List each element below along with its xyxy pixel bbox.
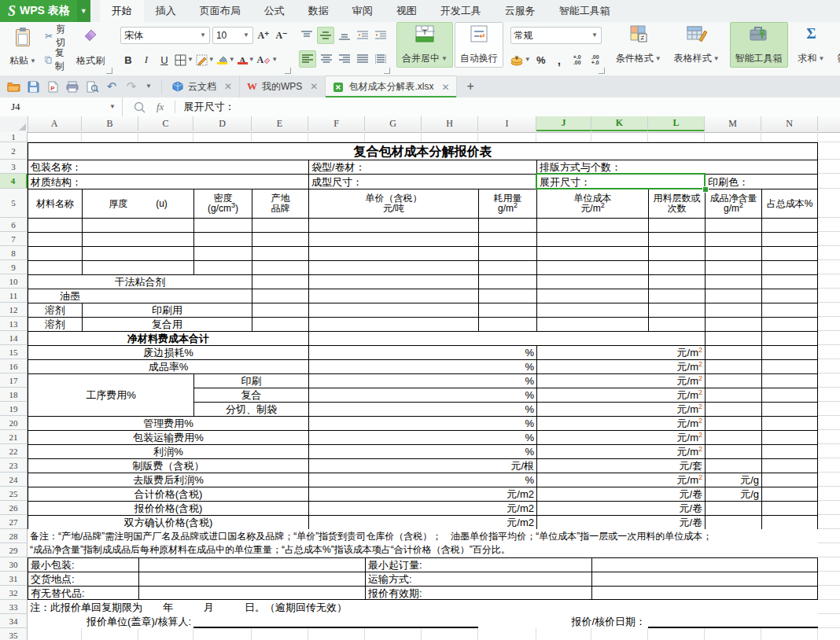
cell-r30-G[interactable]: 最小起订量: (365, 557, 591, 572)
clear-format-button[interactable]: A▼ (257, 56, 278, 64)
row-header-35[interactable]: 35 (0, 628, 28, 640)
cell-r31-G[interactable]: 运输方式: (365, 572, 591, 586)
row-header-14[interactable]: 14 (0, 331, 28, 345)
cell-r15-M[interactable] (705, 345, 761, 359)
distributed-button[interactable] (373, 51, 389, 67)
search-icon[interactable] (134, 101, 146, 113)
cell-r13-N[interactable] (761, 317, 818, 331)
currency-button[interactable]: ¥▼ (510, 54, 531, 66)
cell-r6-J[interactable] (536, 218, 648, 232)
cell-r26-N[interactable] (761, 501, 818, 515)
export-pdf-icon[interactable]: P (46, 79, 60, 94)
cut-button[interactable]: ✂剪切 (42, 28, 70, 45)
format-painter-button[interactable]: 格式刷 (71, 24, 110, 70)
cell-r8-A[interactable] (28, 246, 82, 260)
cell-r13-M[interactable] (705, 317, 761, 331)
cell-r3-J[interactable]: 排版方式与个数： (536, 160, 818, 174)
cell-r8-N[interactable] (761, 246, 818, 260)
col-header-A[interactable]: A (28, 116, 82, 131)
cell-r11-M[interactable] (705, 289, 761, 303)
cell-r31-A[interactable]: 交货地点: (28, 572, 138, 586)
percent-style-button[interactable]: % (533, 52, 549, 68)
row-header-2[interactable]: 2 (0, 142, 28, 160)
align-top-button[interactable] (299, 28, 315, 43)
menu-tab-6[interactable]: 审阅 (341, 0, 385, 22)
increase-font-icon[interactable]: A⁺ (256, 28, 271, 43)
cell-r6-I[interactable] (478, 218, 536, 232)
row-header-27[interactable]: 27 (0, 515, 28, 529)
cell-r12-I[interactable] (478, 303, 536, 317)
cell-r6-E[interactable] (252, 218, 308, 232)
row-header-24[interactable]: 24 (0, 473, 28, 487)
cell-r18-J[interactable]: 元/m2 (536, 388, 705, 402)
col-header-E[interactable]: E (252, 116, 308, 131)
cell-r26-J[interactable]: 元/卷 (536, 501, 705, 515)
cell-r22-F[interactable]: % (308, 444, 536, 458)
cell-r13-F[interactable] (308, 317, 478, 331)
cell-r6-N[interactable] (761, 218, 818, 232)
cell-r12-L[interactable] (648, 303, 705, 317)
cell-r5-I[interactable]: 耗用量g/m2 (478, 189, 536, 218)
col-header-C[interactable]: C (138, 116, 193, 131)
cell-r15-F[interactable]: % (308, 345, 536, 359)
name-box[interactable]: J4 ▼ (0, 97, 123, 116)
close-icon[interactable]: ✕ (310, 81, 318, 92)
cell-r32-A[interactable]: 有无替代品: (28, 586, 138, 600)
row-header-16[interactable]: 16 (0, 359, 28, 373)
row-header-9[interactable]: 9 (0, 260, 28, 274)
cell-r17-A[interactable]: 工序费用% (28, 373, 193, 416)
cell-r12-M[interactable] (705, 303, 761, 317)
cell-r5-N[interactable]: 占总成本% (761, 189, 818, 218)
cell-r8-L[interactable] (648, 246, 705, 260)
cell-r27-F[interactable]: 元/m2 (308, 515, 536, 529)
cell-r17-N[interactable] (761, 373, 818, 388)
row-header-19[interactable]: 19 (0, 402, 28, 416)
cell-r11-N[interactable] (761, 289, 818, 303)
align-bottom-button[interactable] (337, 28, 352, 43)
cell-r10-N[interactable] (761, 274, 818, 289)
save-icon[interactable] (26, 79, 40, 94)
row-header-6[interactable]: 6 (0, 218, 28, 232)
cell-r10-A[interactable]: 干法粘合剂 (28, 274, 252, 289)
cell-r27-J[interactable]: 元/卷 (536, 515, 705, 529)
cell-r22-M[interactable] (705, 444, 761, 458)
cell-r8-E[interactable] (252, 246, 308, 260)
row-header-29[interactable]: 29 (0, 543, 28, 557)
cell-r8-I[interactable] (478, 246, 536, 260)
cell-r31-C[interactable] (138, 572, 365, 586)
row-header-3[interactable]: 3 (0, 160, 28, 174)
sum-button[interactable]: Σ 求和▼ (793, 22, 831, 68)
cell-r19-J[interactable]: 元/m2 (536, 402, 705, 416)
cell-r34-L[interactable] (648, 614, 818, 628)
cell-r6-B[interactable] (82, 218, 193, 232)
cell-r21-J[interactable]: 元/m2 (536, 430, 705, 444)
cell-r24-J[interactable]: 元/m2 (536, 473, 705, 487)
cell-r5-M[interactable]: 成品净含量g/m2 (705, 189, 761, 218)
cell-r6-D[interactable] (193, 218, 252, 232)
justify-button[interactable] (355, 51, 370, 67)
redo-icon[interactable]: ↷ (124, 79, 138, 94)
cell-r7-A[interactable] (28, 232, 82, 246)
font-name-select[interactable]: 宋体▼ (120, 27, 210, 44)
cell-r12-J[interactable] (536, 303, 648, 317)
cell-r17-D[interactable]: 印刷 (193, 373, 308, 388)
cell-r8-J[interactable] (536, 246, 648, 260)
cell-r6-F[interactable] (308, 218, 478, 232)
row-header-7[interactable]: 7 (0, 232, 28, 246)
print-preview-icon[interactable] (85, 79, 99, 94)
menu-tab-5[interactable]: 数据 (297, 0, 341, 22)
cell-r19-D[interactable]: 分切、制袋 (193, 402, 308, 416)
new-tab-button[interactable]: + (457, 75, 483, 97)
decrease-indent-button[interactable] (355, 28, 370, 43)
cell-r9-I[interactable] (478, 260, 536, 274)
col-header-F[interactable]: F (308, 116, 365, 131)
cell-r18-D[interactable]: 复合 (193, 388, 308, 402)
cell-r7-D[interactable] (193, 232, 252, 246)
cell-r7-L[interactable] (648, 232, 705, 246)
cell-r7-I[interactable] (478, 232, 536, 246)
cell-r13-A[interactable]: 溶剂 (28, 317, 82, 331)
close-icon[interactable]: ✕ (441, 82, 449, 93)
cell-r25-F[interactable]: 元/m2 (308, 487, 536, 501)
number-format-select[interactable]: 常规▼ (510, 27, 602, 44)
cell-r10-F[interactable] (308, 274, 478, 289)
